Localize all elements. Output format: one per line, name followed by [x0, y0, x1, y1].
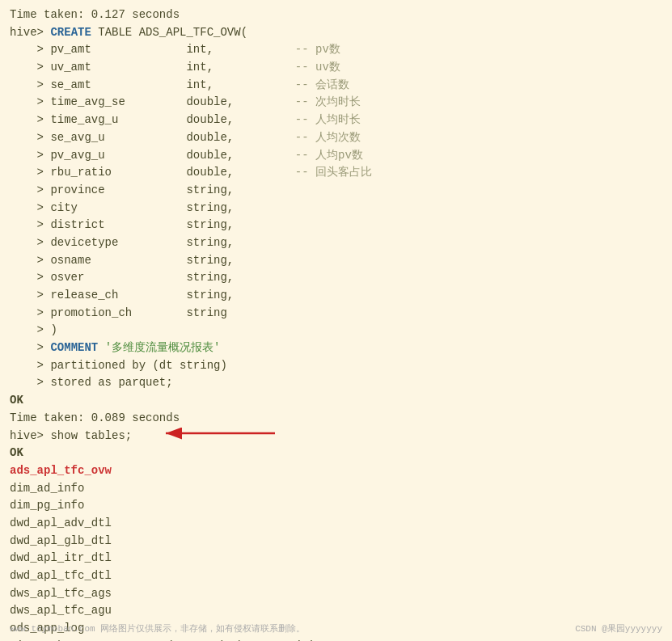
- line-27: dwd_apl_glb_dtl: [10, 533, 662, 550]
- line-19: > COMMENT '多维度流量概况报表': [10, 339, 662, 357]
- line-22: Time taken: 0.089 seconds: [10, 410, 662, 428]
- line-11: > city string,: [10, 200, 662, 217]
- line-20: > partitioned by (dt string): [10, 357, 662, 375]
- line-ok1: OK: [10, 392, 662, 410]
- footer-attribution: CSDN @果园yyyyyyy: [575, 622, 662, 635]
- line-16: > release_ch string,: [10, 287, 662, 305]
- line-ok2: OK: [10, 445, 662, 462]
- line-0: Time taken: 0.127 seconds: [10, 6, 662, 24]
- line-14: > osname string,: [10, 252, 662, 270]
- line-12: > district string,: [10, 217, 662, 234]
- line-5: > time_avg_se double, -- 次均时长: [10, 94, 662, 112]
- line-23: hive> show tables;: [10, 428, 662, 445]
- line-31: dws_apl_tfc_agu: [10, 602, 662, 620]
- line-30: dws_apl_tfc_ags: [10, 585, 662, 603]
- line-highlight: ads_apl_tfc_ovw: [10, 462, 662, 480]
- line-24: dim_ad_info: [10, 480, 662, 498]
- line-21: > stored as parquet;: [10, 374, 662, 392]
- line-33: Time taken: 0.024 seconds, Fetched: 10 r…: [10, 638, 662, 641]
- line-17: > promotion_ch string: [10, 305, 662, 323]
- line-10: > province string,: [10, 182, 662, 200]
- line-25: dim_pg_info: [10, 497, 662, 515]
- terminal: Time taken: 0.127 seconds hive> CREATE T…: [0, 0, 672, 641]
- line-7: > se_avg_u double, -- 人均次数: [10, 129, 662, 147]
- line-29: dwd_apl_tfc_dtl: [10, 567, 662, 585]
- line-4: > se_amt int, -- 会话数: [10, 77, 662, 95]
- line-8: > pv_avg_u double, -- 人均pv数: [10, 147, 662, 165]
- line-18: > ): [10, 322, 662, 339]
- line-26: dwd_apl_adv_dtl: [10, 515, 662, 533]
- arrow-annotation: [150, 421, 279, 462]
- line-9: > rbu_ratio double, -- 回头客占比: [10, 164, 662, 182]
- line-13: > devicetype string,: [10, 234, 662, 252]
- line-3: > uv_amt int, -- uv数: [10, 59, 662, 77]
- footer: www.toymoban.com 网络图片仅供展示，非存储，如有侵权请联系删除。…: [0, 622, 672, 635]
- footer-watermark: www.toymoban.com 网络图片仅供展示，非存储，如有侵权请联系删除。: [10, 622, 305, 635]
- line-28: dwd_apl_itr_dtl: [10, 550, 662, 567]
- line-2: > pv_amt int, -- pv数: [10, 41, 662, 59]
- line-6: > time_avg_u double, -- 人均时长: [10, 112, 662, 129]
- line-1: hive> CREATE TABLE ADS_APL_TFC_OVW(: [10, 24, 662, 42]
- line-15: > osver string,: [10, 269, 662, 287]
